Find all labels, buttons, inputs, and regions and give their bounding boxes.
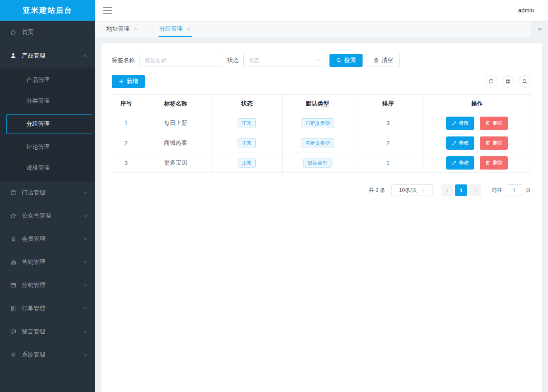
status-select[interactable]: 状态 <box>243 54 325 67</box>
gear-icon <box>10 351 17 358</box>
cell-status: 正常 <box>211 153 282 173</box>
sidebar-item-label: 产品管理 <box>22 52 45 60</box>
chevron-down-icon <box>83 352 88 357</box>
sidebar-subitem-comment[interactable]: 评论管理 <box>0 137 95 158</box>
tag-name-input[interactable] <box>139 54 222 67</box>
tab-label: 地址管理 <box>106 25 130 33</box>
sidebar-nav: 首页 产品管理 产品管理 分类管理 分组管理 评论管理 <box>0 21 95 392</box>
sidebar-subitem-spec[interactable]: 规格管理 <box>0 158 95 178</box>
pencil-icon <box>452 140 457 146</box>
hamburger-menu-icon[interactable] <box>103 6 113 14</box>
house-icon <box>10 213 17 219</box>
column-header-status: 状态 <box>211 95 282 113</box>
table-row: 2 商城热卖 正常 自定义类型 2 <box>112 133 531 153</box>
clear-button[interactable]: 清空 <box>367 54 400 67</box>
tab-group-mgmt[interactable]: 分组管理 <box>154 21 197 37</box>
sidebar-item-system-mgmt[interactable]: 系统管理 <box>0 343 95 366</box>
status-badge: 正常 <box>238 158 256 168</box>
cell-sort: 3 <box>353 113 423 133</box>
chevron-down-icon <box>421 188 425 193</box>
sidebar-item-order-mgmt[interactable]: 订单管理 <box>0 297 95 320</box>
sidebar-item-label: 公众号管理 <box>22 212 51 220</box>
page-unit-label: 页 <box>526 186 531 194</box>
column-settings-button[interactable] <box>502 75 514 88</box>
edit-button[interactable]: 修改 <box>446 117 474 130</box>
cell-status: 正常 <box>211 113 282 133</box>
sidebar-item-store-mgmt[interactable]: 门店管理 <box>0 181 95 204</box>
edit-button[interactable]: 修改 <box>446 156 474 170</box>
refresh-button[interactable] <box>485 75 497 88</box>
next-page-button[interactable] <box>469 184 481 196</box>
delete-button[interactable]: 删除 <box>480 156 508 170</box>
sidebar-item-message-mgmt[interactable]: 留言管理 <box>0 320 95 343</box>
sidebar-item-product-mgmt[interactable]: 产品管理 <box>0 44 95 67</box>
chevron-down-icon <box>83 306 88 311</box>
sidebar: 亚米建站后台 首页 产品管理 产品管理 分类管理 分组管理 <box>0 0 95 392</box>
delete-button[interactable]: 删除 <box>480 136 508 150</box>
column-header-sort: 排序 <box>353 95 423 113</box>
sidebar-subitem-group[interactable]: 分组管理 <box>6 114 92 134</box>
sidebar-item-home[interactable]: 首页 <box>0 21 95 44</box>
sidebar-item-member-mgmt[interactable]: 会员管理 <box>0 227 95 251</box>
sidebar-subitem-category[interactable]: 分类管理 <box>0 91 95 111</box>
refresh-icon <box>488 79 494 84</box>
sidebar-subitem-product[interactable]: 产品管理 <box>0 70 95 91</box>
edit-button[interactable]: 修改 <box>446 136 474 150</box>
sidebar-subitem-label: 评论管理 <box>26 143 50 151</box>
sidebar-item-label: 留言管理 <box>22 328 45 335</box>
chevron-right-icon <box>473 188 478 193</box>
prev-page-button[interactable] <box>441 184 453 196</box>
chat-icon <box>10 328 17 335</box>
status-badge: 正常 <box>238 118 256 128</box>
chevron-down-icon <box>83 237 88 241</box>
action-bar: 新增 <box>112 75 531 88</box>
clear-button-label: 清空 <box>382 57 393 64</box>
sidebar-item-label: 会员管理 <box>22 235 45 243</box>
table-header-row: 序号 标签名称 状态 默认类型 排序 操作 <box>112 95 531 113</box>
sidebar-item-official-account-mgmt[interactable]: 公众号管理 <box>0 204 95 227</box>
add-button-label: 新增 <box>127 78 138 85</box>
type-badge: 自定义类型 <box>301 118 334 128</box>
page-size-value: 10条/页 <box>399 186 417 194</box>
search-icon <box>522 79 528 84</box>
chevron-down-icon <box>537 26 543 32</box>
tab-label: 分组管理 <box>159 25 183 33</box>
cell-actions: 修改 删除 <box>423 133 531 153</box>
cell-name: 每日上新 <box>140 113 211 133</box>
search-button[interactable]: 搜索 <box>329 54 363 67</box>
sidebar-subitem-label: 分类管理 <box>26 97 50 105</box>
sidebar-submenu-product: 产品管理 分类管理 分组管理 评论管理 规格管理 <box>0 67 95 181</box>
goto-page-input[interactable] <box>506 184 522 196</box>
tab-bar: 地址管理 分组管理 <box>95 21 548 37</box>
chevron-down-icon <box>83 260 88 265</box>
column-header-name: 标签名称 <box>140 95 211 113</box>
pencil-icon <box>452 160 457 165</box>
bar-chart-icon <box>10 259 17 265</box>
document-icon <box>10 305 17 312</box>
delete-button[interactable]: 删除 <box>480 117 508 130</box>
column-header-index: 序号 <box>112 95 140 113</box>
close-icon[interactable] <box>186 26 191 31</box>
sidebar-subitem-label: 分组管理 <box>26 120 50 128</box>
cell-actions: 修改 删除 <box>423 113 531 133</box>
add-button[interactable]: 新增 <box>112 75 145 88</box>
cell-type: 自定义类型 <box>282 133 353 153</box>
sidebar-item-marketing-mgmt[interactable]: 营销管理 <box>0 251 95 274</box>
sidebar-item-distribution-mgmt[interactable]: 分销管理 <box>0 274 95 297</box>
close-icon[interactable] <box>133 26 138 31</box>
page-size-select[interactable]: 10条/页 <box>391 184 433 196</box>
zoom-button[interactable] <box>519 75 531 88</box>
tabs-dropdown-button[interactable] <box>531 21 548 37</box>
sidebar-subitem-label: 产品管理 <box>26 76 50 84</box>
table-tools <box>485 75 531 88</box>
chevron-down-icon <box>83 213 88 218</box>
sidebar-item-label: 首页 <box>22 29 34 36</box>
tab-address-mgmt[interactable]: 地址管理 <box>101 21 144 37</box>
trash-icon <box>485 160 490 165</box>
edit-button-label: 修改 <box>459 139 469 146</box>
user-menu[interactable]: admin <box>518 7 534 14</box>
status-badge: 正常 <box>238 138 256 148</box>
storefront-icon <box>10 189 17 196</box>
edit-button-label: 修改 <box>459 159 469 166</box>
page-number-button[interactable]: 1 <box>455 184 467 196</box>
